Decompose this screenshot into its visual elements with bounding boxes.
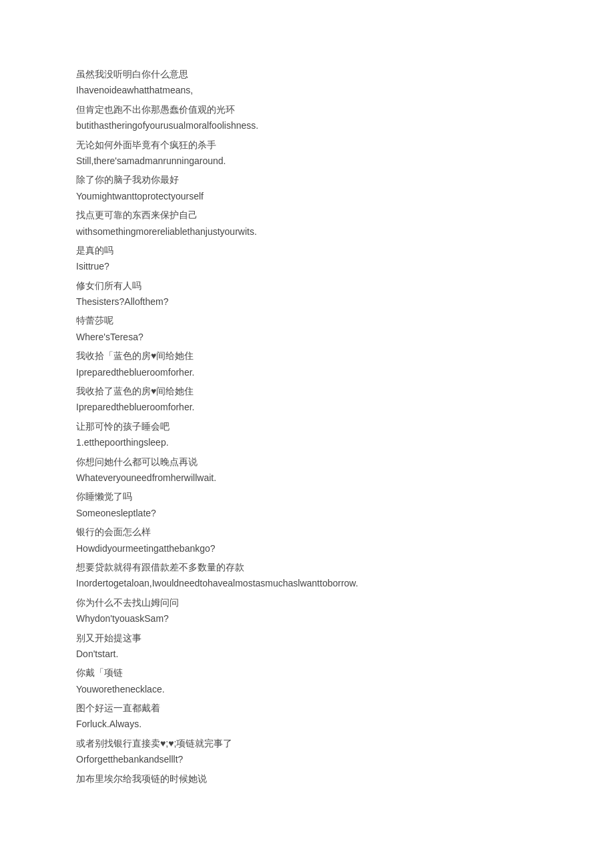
chinese-line: 你戴「项链 — [76, 665, 538, 680]
chinese-line: 你睡懒觉了吗 — [76, 489, 538, 504]
line-pair: 让那可怜的孩子睡会吧1.etthepoorthingsleep. — [76, 419, 538, 450]
line-pair: 加布里埃尔给我项链的时候她说 — [76, 771, 538, 786]
line-pair: 无论如何外面毕竟有个疯狂的杀手Still,there'samadmanrunni… — [76, 137, 538, 169]
chinese-line: 银行的会面怎么样 — [76, 524, 538, 539]
content-area: 虽然我没听明白你什么意思Ihavenoideawhatthatmeans,但肯定… — [76, 67, 538, 786]
line-pair: 是真的吗Isittrue? — [76, 243, 538, 274]
english-line: Ihavenoideawhatthatmeans, — [76, 83, 538, 97]
line-pair: 你想问她什么都可以晚点再说Whateveryouneedfromherwillw… — [76, 454, 538, 486]
chinese-line: 我收拾「蓝色的房♥间给她住 — [76, 348, 538, 363]
line-pair: 你戴「项链Youworethenecklace. — [76, 665, 538, 697]
english-line: Howdidyourmeetingatthebankgo? — [76, 541, 538, 556]
chinese-line: 特蕾莎呢 — [76, 313, 538, 328]
english-line: Youmightwanttoprotectyourself — [76, 189, 538, 203]
line-pair: 你为什么不去找山姆问问Whydon'tyouaskSam? — [76, 595, 538, 626]
chinese-line: 修女们所有人吗 — [76, 278, 538, 293]
english-line: Forluck.Always. — [76, 717, 538, 731]
line-pair: 除了你的脑子我劝你最好Youmightwanttoprotectyourself — [76, 172, 538, 203]
line-pair: 特蕾莎呢Where'sTeresa? — [76, 313, 538, 344]
english-line: Whydon'tyouaskSam? — [76, 611, 538, 626]
line-pair: 别又开始提这事Don'tstart. — [76, 630, 538, 662]
english-line: Inordertogetaloan,Iwouldneedtohavealmost… — [76, 576, 538, 590]
chinese-line: 别又开始提这事 — [76, 630, 538, 645]
english-line: withsomethingmorereliablethanjustyourwit… — [76, 224, 538, 239]
english-line: Isittrue? — [76, 259, 538, 274]
line-pair: 图个好运一直都戴着Forluck.Always. — [76, 701, 538, 732]
line-pair: 找点更可靠的东西来保护自己withsomethingmorereliableth… — [76, 207, 538, 239]
line-pair: 想要贷款就得有跟借款差不多数量的存款Inordertogetaloan,Iwou… — [76, 560, 538, 591]
chinese-line: 图个好运一直都戴着 — [76, 701, 538, 715]
line-pair: 你睡懒觉了吗Someonesleptlate? — [76, 489, 538, 520]
english-line: Whateveryouneedfromherwillwait. — [76, 470, 538, 485]
english-line: Youworethenecklace. — [76, 682, 538, 697]
english-line: butithastheringofyourusualmoralfoolishne… — [76, 118, 538, 133]
chinese-line: 你想问她什么都可以晚点再说 — [76, 454, 538, 469]
chinese-line: 除了你的脑子我劝你最好 — [76, 172, 538, 187]
chinese-line: 无论如何外面毕竟有个疯狂的杀手 — [76, 137, 538, 152]
english-line: Ipreparedtheblueroomforher. — [76, 365, 538, 380]
english-line: Orforgetthebankandselllt? — [76, 752, 538, 767]
chinese-line: 或者别找银行直接卖♥;♥;项链就完事了 — [76, 736, 538, 751]
chinese-line: 虽然我没听明白你什么意思 — [76, 67, 538, 81]
chinese-line: 是真的吗 — [76, 243, 538, 258]
english-line: Where'sTeresa? — [76, 330, 538, 344]
line-pair: 银行的会面怎么样Howdidyourmeetingatthebankgo? — [76, 524, 538, 556]
chinese-line: 让那可怜的孩子睡会吧 — [76, 419, 538, 434]
chinese-line: 加布里埃尔给我项链的时候她说 — [76, 771, 538, 786]
line-pair: 虽然我没听明白你什么意思Ihavenoideawhatthatmeans, — [76, 67, 538, 98]
line-pair: 修女们所有人吗Thesisters?Allofthem? — [76, 278, 538, 310]
chinese-line: 想要贷款就得有跟借款差不多数量的存款 — [76, 560, 538, 574]
chinese-line: 找点更可靠的东西来保护自己 — [76, 207, 538, 222]
english-line: Someonesleptlate? — [76, 506, 538, 520]
english-line: Don'tstart. — [76, 646, 538, 661]
english-line: 1.etthepoorthingsleep. — [76, 435, 538, 450]
line-pair: 但肯定也跑不出你那愚蠢价值观的光环butithastheringofyourus… — [76, 102, 538, 133]
english-line: Still,there'samadmanrunningaround. — [76, 153, 538, 168]
english-line: Thesisters?Allofthem? — [76, 294, 538, 309]
chinese-line: 我收拾了蓝色的房♥间给她住 — [76, 384, 538, 398]
chinese-line: 你为什么不去找山姆问问 — [76, 595, 538, 610]
line-pair: 我收拾「蓝色的房♥间给她住Ipreparedtheblueroomforher. — [76, 348, 538, 380]
english-line: Ipreparedtheblueroomforher. — [76, 400, 538, 414]
line-pair: 或者别找银行直接卖♥;♥;项链就完事了Orforgetthebankandsel… — [76, 736, 538, 767]
chinese-line: 但肯定也跑不出你那愚蠢价值观的光环 — [76, 102, 538, 117]
line-pair: 我收拾了蓝色的房♥间给她住Ipreparedtheblueroomforher. — [76, 384, 538, 415]
